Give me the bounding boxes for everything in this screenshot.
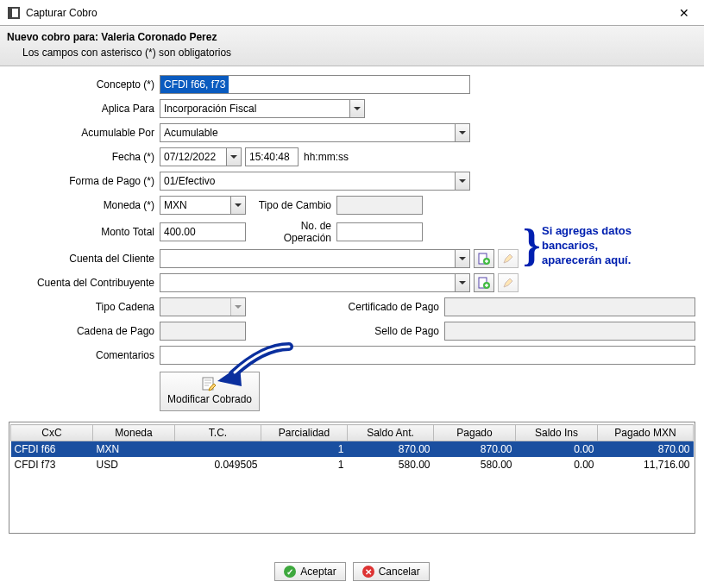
grid-header[interactable]: CxC xyxy=(11,425,93,441)
tipo-cadena-dropdown-button xyxy=(230,298,245,316)
aceptar-button[interactable]: ✓ Aceptar xyxy=(274,562,345,581)
grid-cell: 1 xyxy=(261,457,348,472)
subtitle: Nuevo cobro para: Valeria Coronado Perez xyxy=(7,31,697,43)
grid-header[interactable]: Moneda xyxy=(93,425,175,441)
cuenta-cliente-select[interactable] xyxy=(160,249,470,268)
ok-icon: ✓ xyxy=(284,566,296,578)
label-moneda: Moneda (*) xyxy=(9,199,160,211)
grid-cell: CFDI f66 xyxy=(11,441,93,458)
titlebar: Capturar Cobro ✕ xyxy=(0,0,704,26)
svg-rect-1 xyxy=(9,8,12,18)
grid-cell: 1 xyxy=(261,441,348,458)
label-fecha: Fecha (*) xyxy=(9,151,160,163)
table-row[interactable]: CFDI f73USD0.0495051580.00580.000.0011,7… xyxy=(11,457,694,472)
concepto-value: CFDI f66, f73 xyxy=(160,76,229,93)
cuenta-contrib-select[interactable] xyxy=(160,273,470,292)
annotation-line2: bancarios, xyxy=(542,238,632,253)
cadena-pago-input xyxy=(160,322,246,341)
brace-icon: } xyxy=(523,228,541,263)
moneda-dropdown-button[interactable] xyxy=(230,197,245,214)
label-cuenta-contrib: Cuenta del Contribuyente xyxy=(9,277,160,289)
annotation-text: Si agregas datos bancarios, aparecerán a… xyxy=(542,223,632,267)
close-button[interactable]: ✕ xyxy=(671,6,697,20)
grid-header[interactable]: T.C. xyxy=(175,425,261,441)
grid-header[interactable]: Parcialidad xyxy=(261,425,348,441)
grid-table: CxC Moneda T.C. Parcialidad Saldo Ant. P… xyxy=(10,424,694,472)
label-monto-total: Monto Total xyxy=(9,226,160,238)
cert-pago-input xyxy=(444,297,695,316)
hora-input[interactable] xyxy=(245,147,299,166)
grid-cell: 870.00 xyxy=(348,441,434,458)
aceptar-label: Aceptar xyxy=(300,566,336,578)
form-area: Concepto (*) CFDI f66, f73 Aplica Para A… xyxy=(0,66,704,422)
comentarios-input[interactable] xyxy=(160,346,695,365)
fecha-dropdown-button[interactable] xyxy=(226,148,241,166)
no-operacion-input[interactable] xyxy=(336,222,423,241)
label-forma-pago: Forma de Pago (*) xyxy=(9,175,160,187)
label-cert-pago: Certificado de Pago xyxy=(246,301,444,313)
label-comentarios: Comentarios xyxy=(9,349,160,361)
label-tipo-cambio: Tipo de Cambio xyxy=(246,199,336,211)
cuenta-contrib-dropdown-button[interactable] xyxy=(455,274,469,291)
grid-cell: MXN xyxy=(93,441,175,458)
subheader: Nuevo cobro para: Valeria Coronado Perez… xyxy=(0,26,704,66)
monto-total-input[interactable] xyxy=(160,222,246,241)
acumulable-select[interactable] xyxy=(160,123,470,142)
grid-cell: 870.00 xyxy=(434,441,516,458)
grid-header-row: CxC Moneda T.C. Parcialidad Saldo Ant. P… xyxy=(11,425,694,441)
label-acumulable: Acumulable Por xyxy=(9,127,160,139)
grid-cell: 0.00 xyxy=(516,441,598,458)
forma-pago-select[interactable] xyxy=(160,172,470,191)
aplica-para-select[interactable] xyxy=(160,99,365,118)
cuenta-cliente-dropdown-button[interactable] xyxy=(455,250,469,267)
grid-cell: 580.00 xyxy=(434,457,516,472)
label-hhmmss: hh:mm:ss xyxy=(304,151,349,163)
label-tipo-cadena: Tipo Cadena xyxy=(9,301,160,313)
label-cadena-pago: Cadena de Pago xyxy=(9,325,160,337)
tipo-cambio-input xyxy=(336,196,423,215)
table-row[interactable]: CFDI f66MXN1870.00870.000.00870.00 xyxy=(11,441,694,458)
grid-cell: 11,716.00 xyxy=(598,457,694,472)
label-no-operacion: No. de Operación xyxy=(246,220,336,244)
modificar-cobrado-label: Modificar Cobrado xyxy=(167,393,252,405)
edit-cuenta-contrib-button xyxy=(498,273,519,292)
grid-cell: 0.00 xyxy=(516,457,598,472)
grid-header[interactable]: Saldo Ins xyxy=(516,425,598,441)
grid-cell: 870.00 xyxy=(598,441,694,458)
forma-pago-dropdown-button[interactable] xyxy=(455,172,469,190)
add-page-icon xyxy=(478,253,490,265)
grid-header[interactable]: Saldo Ant. xyxy=(348,425,434,441)
acumulable-dropdown-button[interactable] xyxy=(455,124,469,141)
cancelar-label: Cancelar xyxy=(379,566,420,578)
label-sello-pago: Sello de Pago xyxy=(246,325,444,337)
sello-pago-input xyxy=(444,322,695,341)
grid-cell: USD xyxy=(93,457,175,472)
grid-cell: CFDI f73 xyxy=(11,457,93,472)
add-cuenta-cliente-button[interactable] xyxy=(474,249,494,268)
annotation-line1: Si agregas datos xyxy=(542,223,632,238)
add-cuenta-contrib-button[interactable] xyxy=(474,273,494,292)
modificar-cobrado-button[interactable]: Modificar Cobrado xyxy=(160,372,260,411)
edit-document-icon xyxy=(201,376,218,391)
label-concepto: Concepto (*) xyxy=(9,78,160,91)
edit-cuenta-cliente-button xyxy=(498,249,519,268)
grid-header[interactable]: Pagado MXN xyxy=(598,425,694,441)
window-title: Capturar Cobro xyxy=(26,7,671,19)
aplica-para-dropdown-button[interactable] xyxy=(349,100,364,117)
concepto-input[interactable]: CFDI f66, f73 xyxy=(160,75,470,94)
label-aplica: Aplica Para xyxy=(9,103,160,115)
add-page-icon xyxy=(478,277,490,289)
grid-header[interactable]: Pagado xyxy=(434,425,516,441)
grid-cell xyxy=(175,441,261,458)
label-cuenta-cliente: Cuenta del Cliente xyxy=(9,253,160,265)
annotation-line3: aparecerán aquí. xyxy=(542,253,632,267)
required-hint: Los campos con asterisco (*) son obligat… xyxy=(7,47,697,59)
app-icon xyxy=(7,6,21,20)
grid-cell: 0.049505 xyxy=(175,457,261,472)
cancel-icon: ✕ xyxy=(362,566,374,578)
cancelar-button[interactable]: ✕ Cancelar xyxy=(353,562,430,581)
grid: CxC Moneda T.C. Parcialidad Saldo Ant. P… xyxy=(9,422,695,534)
dialog-footer: ✓ Aceptar ✕ Cancelar xyxy=(0,562,704,581)
grid-cell: 580.00 xyxy=(348,457,434,472)
edit-icon xyxy=(502,253,514,265)
